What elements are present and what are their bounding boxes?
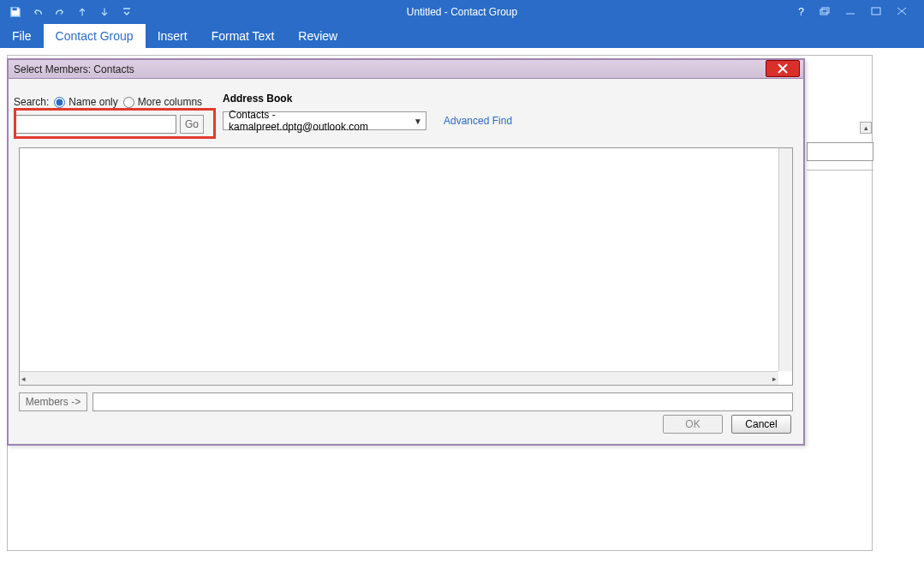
scroll-left-icon[interactable]: ◂ [21, 374, 26, 383]
window-controls: ? [798, 6, 924, 18]
bg-divider [807, 170, 873, 171]
address-book-select[interactable]: Contacts - kamalpreet.dptg@outlook.com ▼ [223, 111, 426, 130]
address-book-heading: Address Book [223, 93, 292, 105]
restore-icon[interactable] [820, 6, 830, 18]
dialog-close-button[interactable] [766, 60, 800, 77]
contacts-results-list[interactable]: ◂ ▸ [19, 147, 793, 386]
ok-button[interactable]: OK [663, 415, 723, 434]
tab-insert[interactable]: Insert [146, 24, 200, 48]
close-icon[interactable] [897, 6, 907, 18]
arrow-down-icon[interactable] [98, 5, 111, 19]
search-input[interactable] [14, 115, 176, 134]
maximize-icon[interactable] [871, 6, 881, 18]
go-button[interactable]: Go [180, 115, 204, 134]
undo-icon[interactable] [31, 5, 45, 19]
advanced-find-link[interactable]: Advanced Find [444, 115, 512, 127]
select-members-dialog: Select Members: Contacts Search: Name on… [7, 58, 805, 446]
redo-icon[interactable] [53, 5, 67, 19]
tab-review[interactable]: Review [286, 24, 349, 48]
svg-rect-0 [822, 8, 829, 13]
members-input[interactable] [92, 392, 793, 411]
window-title: Untitled - Contact Group [407, 6, 517, 18]
ribbon-tabs: File Contact Group Insert Format Text Re… [0, 24, 924, 48]
chevron-down-icon: ▼ [414, 117, 422, 126]
svg-rect-2 [872, 8, 880, 15]
svg-rect-1 [820, 9, 827, 15]
members-button[interactable]: Members -> [19, 392, 87, 411]
window-titlebar: Untitled - Contact Group ? [0, 0, 924, 24]
save-icon[interactable] [9, 5, 22, 19]
address-book-value: Contacts - kamalpreet.dptg@outlook.com [229, 109, 410, 133]
tab-contact-group[interactable]: Contact Group [44, 24, 146, 48]
arrow-up-icon[interactable] [75, 5, 89, 19]
quick-access-toolbar [0, 5, 134, 19]
tab-file[interactable]: File [0, 24, 44, 48]
help-icon[interactable]: ? [798, 6, 804, 18]
scroll-right-icon[interactable]: ▸ [772, 374, 777, 383]
qat-more-icon[interactable] [120, 5, 134, 19]
background-form-fragments [807, 142, 873, 171]
scroll-up-button[interactable]: ▴ [860, 122, 872, 134]
radio-name-only-input[interactable] [54, 97, 65, 108]
cancel-button[interactable]: Cancel [731, 415, 791, 434]
radio-name-only-label: Name only [69, 96, 117, 108]
results-vertical-scrollbar[interactable] [778, 148, 792, 371]
search-label: Search: [14, 96, 49, 108]
radio-more-columns-input[interactable] [123, 97, 134, 108]
radio-name-only[interactable]: Name only [54, 96, 117, 108]
dialog-title: Select Members: Contacts [14, 63, 134, 75]
radio-more-columns-label: More columns [138, 96, 202, 108]
tab-format-text[interactable]: Format Text [200, 24, 287, 48]
minimize-icon[interactable] [845, 6, 855, 18]
dialog-titlebar: Select Members: Contacts [9, 60, 803, 79]
radio-more-columns[interactable]: More columns [123, 96, 202, 108]
bg-input-1[interactable] [807, 142, 873, 161]
results-horizontal-scrollbar[interactable]: ◂ ▸ [20, 371, 778, 385]
